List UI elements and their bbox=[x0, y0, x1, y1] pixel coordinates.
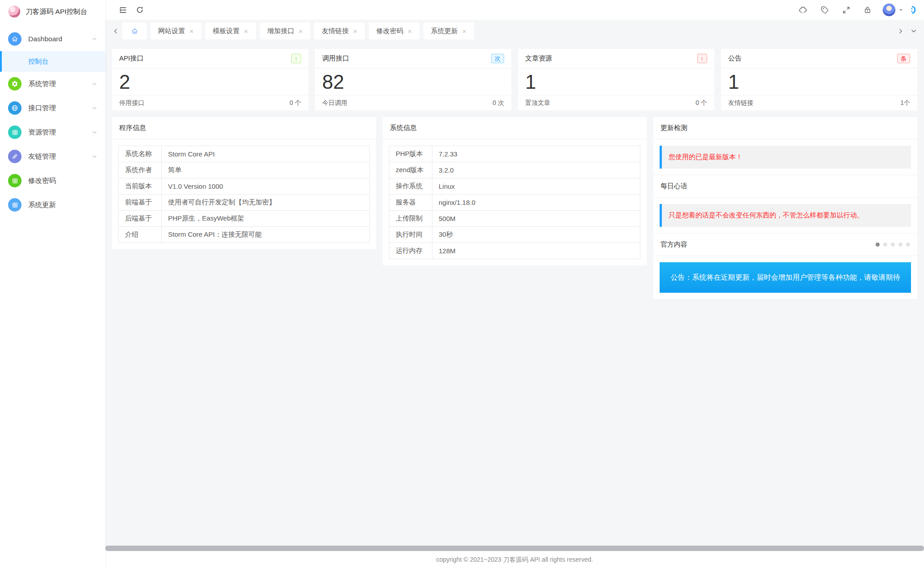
stat-card-calls: 调用接口 次 82 今日调用 0 次 bbox=[315, 49, 511, 110]
svg-text:</>: </> bbox=[800, 11, 806, 14]
collapse-menu-icon[interactable] bbox=[114, 1, 131, 18]
info-label-cell: 操作系统 bbox=[389, 178, 432, 195]
app-title: 刀客源码 API控制台 bbox=[26, 7, 87, 17]
chevron-down-icon bbox=[92, 105, 97, 111]
close-icon[interactable]: × bbox=[462, 28, 466, 35]
carousel-dot[interactable] bbox=[906, 243, 910, 247]
info-value-cell: Linux bbox=[432, 178, 640, 195]
lock-icon[interactable] bbox=[859, 1, 876, 18]
carousel-dot[interactable] bbox=[883, 243, 887, 247]
table-row: PHP版本7.2.33 bbox=[389, 146, 640, 162]
announcement-banner[interactable]: 公告：系统将在近期更新，届时会增加用户管理等各种功能，请敬请期待 bbox=[660, 262, 911, 293]
info-value-cell: 500M bbox=[432, 211, 640, 227]
daily-quote-title: 每日心语 bbox=[653, 175, 917, 198]
tabs-menu-icon[interactable] bbox=[907, 28, 920, 34]
close-icon[interactable]: × bbox=[299, 28, 303, 35]
info-label-cell: 后端基于 bbox=[119, 211, 162, 227]
page-footer: copyright © 2021~2023 刀客源码 API all right… bbox=[105, 551, 924, 568]
close-icon[interactable]: × bbox=[408, 28, 412, 35]
close-icon[interactable]: × bbox=[244, 28, 248, 35]
close-icon[interactable]: × bbox=[353, 28, 357, 35]
panel-title: 系统信息 bbox=[383, 117, 647, 139]
program-info-table: 系统名称Storm Core API 系统作者简单 当前版本V1.0 Versi… bbox=[118, 146, 370, 243]
stat-footer-value: 0 次 bbox=[492, 99, 504, 107]
tabs-scroll-left-icon[interactable] bbox=[109, 28, 122, 34]
carousel-dots bbox=[876, 243, 910, 247]
info-label-cell: PHP版本 bbox=[389, 146, 432, 162]
sidebar-item-console[interactable]: 控制台 bbox=[0, 51, 105, 72]
stat-footer-label: 今日调用 bbox=[322, 99, 347, 107]
chevron-up-icon bbox=[92, 36, 97, 42]
sidebar-item-label: 友链管理 bbox=[28, 152, 92, 161]
sidebar-item-system-update[interactable]: 系统更新 bbox=[0, 193, 105, 217]
table-row: 系统作者简单 bbox=[119, 162, 370, 178]
stat-title: 文章资源 bbox=[525, 54, 552, 63]
table-row: 前端基于使用者可自行开发定制【均无加密】 bbox=[119, 195, 370, 211]
tab-label: 系统更新 bbox=[431, 27, 458, 35]
tab-template-settings[interactable]: 模板设置 × bbox=[205, 22, 256, 39]
horizontal-scrollbar bbox=[105, 545, 924, 551]
tab-system-update[interactable]: 系统更新 × bbox=[423, 22, 474, 39]
scrollbar-thumb[interactable] bbox=[105, 546, 924, 551]
panel-title: 程序信息 bbox=[112, 117, 376, 139]
info-label-cell: 介绍 bbox=[119, 227, 162, 243]
stat-value: 82 bbox=[315, 69, 511, 95]
gear-icon bbox=[8, 77, 22, 91]
info-value-cell: Storm Core API：连接无限可能 bbox=[162, 227, 370, 243]
cloud-code-icon[interactable]: </> bbox=[794, 1, 812, 18]
daily-quote-alert: 只是想着的话是不会改变任何东西的，不管怎么样都要加以行动。 bbox=[660, 204, 911, 227]
link-icon bbox=[8, 150, 22, 163]
dashboard-content: API接口 ↑ 2 停用接口 0 个 调用接口 次 82 bbox=[105, 42, 924, 545]
updates-panel: 更新检测 您使用的已是最新版本！ 每日心语 只是想着的话是不会改变任何东西的，不… bbox=[653, 117, 917, 299]
table-row: 后端基于PHP原生，EasyWeb框架 bbox=[119, 211, 370, 227]
info-label-cell: 当前版本 bbox=[119, 178, 162, 195]
sidebar-item-friendlink-manage[interactable]: 友链管理 bbox=[0, 144, 105, 169]
stat-title: 调用接口 bbox=[322, 54, 349, 63]
tab-label: 增加接口 bbox=[268, 27, 294, 35]
info-label-cell: 服务器 bbox=[389, 195, 432, 211]
carousel-dot[interactable] bbox=[898, 243, 902, 247]
tab-add-api[interactable]: 增加接口 × bbox=[260, 22, 311, 39]
stat-card-announcements: 公告 条 1 友情链接 1个 bbox=[721, 49, 917, 110]
theme-icon[interactable] bbox=[909, 5, 918, 14]
tab-site-settings[interactable]: 网站设置 × bbox=[151, 22, 201, 39]
home-icon bbox=[131, 27, 138, 35]
info-label-cell: 执行时间 bbox=[389, 227, 432, 243]
carousel-dot[interactable] bbox=[876, 243, 880, 247]
sidebar-item-label: 资源管理 bbox=[28, 128, 92, 137]
sidebar-item-dashboard[interactable]: Dashboard bbox=[0, 27, 105, 51]
info-value-cell: nginx/1.18.0 bbox=[432, 195, 640, 211]
tab-home[interactable] bbox=[122, 22, 147, 39]
caret-down-icon bbox=[898, 8, 903, 13]
refresh-icon[interactable] bbox=[131, 1, 148, 18]
user-menu[interactable] bbox=[882, 3, 903, 17]
info-label-cell: 上传限制 bbox=[389, 211, 432, 227]
carousel-dot[interactable] bbox=[891, 243, 895, 247]
update-check-alert: 您使用的已是最新版本！ bbox=[660, 146, 911, 169]
info-label-cell: 前端基于 bbox=[119, 195, 162, 211]
info-value-cell: PHP原生，EasyWeb框架 bbox=[162, 211, 370, 227]
sidebar-item-system-manage[interactable]: 系统管理 bbox=[0, 72, 105, 96]
sidebar-item-label: 系统管理 bbox=[28, 79, 92, 89]
stat-value: 1 bbox=[721, 69, 917, 95]
sidebar-item-label: 控制台 bbox=[28, 57, 48, 66]
official-content-title: 官方内容 bbox=[661, 240, 687, 249]
tag-icon[interactable] bbox=[816, 1, 833, 18]
fullscreen-icon[interactable] bbox=[838, 1, 855, 18]
chevron-down-icon bbox=[92, 130, 97, 135]
sidebar-item-api-manage[interactable]: 接口管理 bbox=[0, 96, 105, 120]
stat-card-api: API接口 ↑ 2 停用接口 0 个 bbox=[112, 49, 308, 110]
tabs-scroll-right-icon[interactable] bbox=[894, 28, 907, 34]
arrow-up-badge: ↑ bbox=[291, 54, 302, 64]
table-row: 上传限制500M bbox=[389, 211, 640, 227]
close-icon[interactable]: × bbox=[190, 28, 194, 35]
stat-footer-label: 友情链接 bbox=[728, 99, 753, 107]
logo[interactable]: 刀客源码 API控制台 bbox=[0, 0, 105, 23]
sidebar-item-resource-manage[interactable]: 资源管理 bbox=[0, 120, 105, 144]
stat-value: 2 bbox=[112, 69, 308, 95]
user-avatar[interactable] bbox=[882, 3, 896, 17]
tab-friend-links[interactable]: 友情链接 × bbox=[314, 22, 365, 39]
stat-footer-label: 停用接口 bbox=[119, 99, 144, 107]
tab-change-password[interactable]: 修改密码 × bbox=[369, 22, 419, 39]
sidebar-item-change-password[interactable]: 修改密码 bbox=[0, 169, 105, 193]
